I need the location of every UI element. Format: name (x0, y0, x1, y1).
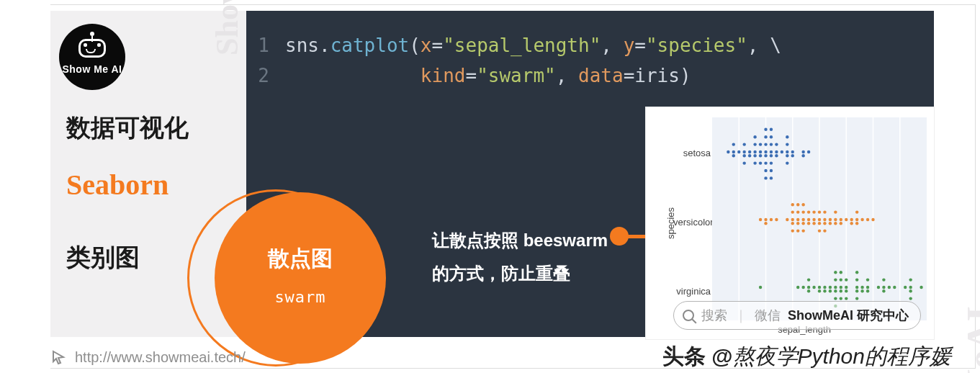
svg-point-38 (770, 161, 773, 164)
svg-point-123 (834, 278, 837, 281)
svg-point-54 (801, 150, 804, 153)
svg-point-108 (759, 286, 762, 289)
svg-point-13 (743, 154, 746, 157)
slide-content: Show Me AI 数据可视化 Seaborn 类别图 ShowMeAI 1s… (50, 11, 934, 337)
svg-point-122 (834, 289, 837, 292)
svg-point-152 (904, 286, 907, 289)
svg-point-26 (759, 161, 762, 164)
svg-point-125 (834, 271, 837, 274)
svg-point-115 (818, 286, 821, 289)
svg-point-112 (807, 289, 810, 292)
credit-text: 熬夜学Python的程序媛 (733, 344, 951, 368)
svg-point-21 (753, 161, 756, 164)
footer-url[interactable]: http://www.showmeai.tech/ (75, 349, 246, 366)
annotation-line-2: 的方式，防止重叠 (432, 257, 608, 290)
svg-point-74 (801, 222, 804, 225)
search-separator: ｜ (734, 307, 747, 324)
svg-point-150 (888, 286, 891, 289)
svg-point-154 (909, 289, 912, 292)
svg-point-147 (882, 286, 885, 289)
heading-data-visualization: 数据可视化 (66, 112, 189, 145)
svg-point-142 (860, 289, 863, 292)
svg-point-47 (786, 150, 788, 153)
search-brand: ShowMeAI 研究中心 (788, 307, 909, 324)
svg-point-101 (850, 222, 853, 225)
svg-point-134 (845, 278, 848, 281)
chart-plot-area (712, 117, 927, 320)
robot-icon (78, 39, 106, 59)
svg-point-92 (829, 218, 832, 221)
chart-category-virginica: virginica (673, 286, 711, 297)
svg-point-97 (840, 218, 842, 221)
svg-point-73 (801, 218, 804, 221)
svg-point-157 (920, 286, 922, 289)
svg-point-138 (855, 278, 858, 281)
svg-point-66 (791, 229, 794, 232)
svg-point-120 (829, 289, 832, 292)
svg-point-14 (743, 143, 746, 145)
svg-point-146 (877, 286, 880, 289)
topic-circle-subtitle: swarm (274, 288, 325, 306)
search-hint: 搜索 (701, 307, 727, 324)
svg-point-117 (823, 286, 826, 289)
svg-point-24 (759, 154, 762, 157)
left-margin (4, 4, 50, 369)
footer: http://www.showmeai.tech/ (50, 349, 246, 366)
svg-point-22 (753, 135, 756, 138)
svg-point-103 (855, 222, 858, 225)
svg-point-48 (786, 154, 788, 157)
svg-point-95 (834, 222, 837, 225)
credit-prefix: 头条 @ (662, 344, 733, 368)
svg-point-50 (786, 161, 788, 164)
svg-point-144 (866, 289, 869, 292)
heading-seaborn: Seaborn (66, 168, 168, 202)
svg-point-153 (909, 286, 912, 289)
search-pill[interactable]: 搜索 ｜ 微信 ShowMeAI 研究中心 (673, 301, 921, 330)
svg-point-128 (840, 289, 842, 292)
svg-point-86 (818, 210, 821, 213)
svg-point-7 (727, 150, 729, 153)
svg-point-76 (801, 229, 804, 232)
svg-point-19 (753, 154, 756, 157)
svg-point-106 (866, 218, 869, 221)
showmeai-logo: Show Me AI (59, 24, 125, 90)
svg-point-57 (759, 218, 762, 221)
svg-point-100 (850, 218, 853, 221)
svg-point-65 (791, 210, 794, 213)
svg-point-15 (743, 161, 746, 164)
topic-circle-title: 散点图 (268, 244, 333, 274)
svg-point-87 (818, 229, 821, 232)
svg-point-116 (818, 289, 821, 292)
svg-point-16 (748, 150, 751, 153)
svg-point-90 (823, 210, 826, 213)
svg-point-107 (871, 218, 874, 221)
svg-point-155 (909, 278, 912, 281)
svg-point-77 (801, 203, 804, 206)
svg-point-89 (823, 222, 826, 225)
svg-point-133 (845, 289, 848, 292)
svg-point-44 (775, 154, 778, 157)
svg-point-156 (909, 297, 912, 300)
svg-point-52 (791, 150, 794, 153)
svg-point-23 (759, 150, 762, 153)
svg-point-151 (893, 286, 896, 289)
credit-line: 头条 @熬夜学Python的程序媛 (662, 342, 951, 372)
svg-point-91 (823, 229, 826, 232)
svg-point-85 (818, 222, 821, 225)
svg-point-110 (801, 286, 804, 289)
svg-point-81 (812, 218, 815, 221)
svg-point-17 (748, 154, 751, 157)
svg-point-105 (860, 218, 863, 221)
svg-point-130 (840, 297, 842, 300)
svg-point-94 (834, 218, 837, 221)
annotation-text: 让散点按照 beeswarm 的方式，防止重叠 (432, 224, 608, 289)
svg-point-10 (732, 143, 735, 145)
svg-point-82 (812, 222, 815, 225)
svg-point-129 (840, 278, 842, 281)
svg-point-79 (807, 222, 810, 225)
svg-point-31 (764, 135, 767, 138)
svg-point-69 (796, 222, 799, 225)
svg-point-104 (855, 210, 858, 213)
svg-point-141 (860, 286, 863, 289)
svg-point-132 (845, 286, 848, 289)
